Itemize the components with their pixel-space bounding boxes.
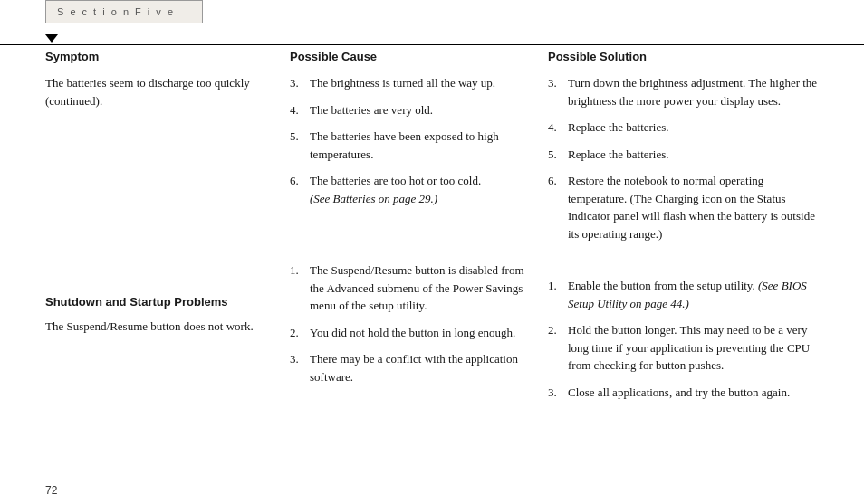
shutdown-causes-list: 1. The Suspend/Resume button is disabled…: [290, 262, 534, 385]
symptom-column: Symptom The batteries seem to discharge …: [45, 50, 290, 410]
header: S e c t i o n F i v e: [0, 0, 864, 45]
shutdown-solution-num-2: 2.: [548, 321, 568, 375]
cause-num-6: 6.: [290, 172, 310, 207]
battery-causes-list: 3. The brightness is turned all the way …: [290, 74, 534, 207]
solution-text-5: Replace the batteries.: [568, 146, 819, 164]
battery-cause-6: 6. The batteries are too hot or too cold…: [290, 172, 534, 207]
cause-num-5: 5.: [290, 128, 310, 163]
shutdown-solution-num-3: 3.: [548, 384, 568, 402]
shutdown-cause-3: 3. There may be a conflict with the appl…: [290, 350, 534, 385]
shutdown-cause-num-1: 1.: [290, 262, 310, 315]
shutdown-cause-2: 2. You did not hold the button in long e…: [290, 324, 534, 342]
shutdown-symptom-section: Shutdown and Startup Problems The Suspen…: [45, 295, 272, 336]
shutdown-cause-1: 1. The Suspend/Resume button is disabled…: [290, 262, 534, 315]
shutdown-solution-num-1: 1.: [548, 277, 568, 312]
solution-num-6: 6.: [548, 172, 568, 242]
solution-num-5: 5.: [548, 146, 568, 164]
cause-num-4: 4.: [290, 101, 310, 119]
cause-header: Possible Cause: [290, 50, 534, 63]
solution-text-3: Turn down the brightness adjustment. The…: [568, 74, 819, 109]
header-line: [0, 43, 864, 43]
solution-header: Possible Solution: [548, 50, 819, 63]
solution-column: Possible Solution 3. Turn down the brigh…: [548, 50, 819, 410]
battery-symptom-text: The batteries seem to discharge too quic…: [45, 74, 272, 109]
cause-text-3: The brightness is turned all the way up.: [310, 74, 534, 92]
battery-solutions-list: 3. Turn down the brightness adjustment. …: [548, 74, 819, 242]
battery-solution-6: 6. Restore the notebook to normal operat…: [548, 172, 819, 242]
page: S e c t i o n F i v e Symptom The batter…: [0, 0, 864, 504]
cause-text-6: The batteries are too hot or too cold. (…: [310, 172, 534, 207]
main-content: Symptom The batteries seem to discharge …: [45, 50, 819, 477]
cause-column: Possible Cause 3. The brightness is turn…: [290, 50, 548, 410]
shutdown-solution-text-2: Hold the button longer. This may need to…: [568, 321, 819, 375]
header-arrow-icon: [45, 34, 58, 43]
shutdown-solution-text-1: Enable the button from the setup utility…: [568, 277, 819, 312]
shutdown-solutions-list: 1. Enable the button from the setup util…: [548, 277, 819, 401]
battery-solution-5: 5. Replace the batteries.: [548, 146, 819, 164]
shutdown-solution-2: 2. Hold the button longer. This may need…: [548, 321, 819, 375]
solution-text-6: Restore the notebook to normal operating…: [568, 172, 819, 242]
battery-cause-3: 3. The brightness is turned all the way …: [290, 74, 534, 92]
solution-num-3: 3.: [548, 74, 568, 109]
shutdown-solution-3: 3. Close all applications, and try the b…: [548, 384, 819, 402]
battery-cause-5: 5. The batteries have been exposed to hi…: [290, 128, 534, 163]
shutdown-solution-1: 1. Enable the button from the setup util…: [548, 277, 819, 312]
shutdown-cause-num-2: 2.: [290, 324, 310, 342]
shutdown-cause-text-1: The Suspend/Resume button is disabled fr…: [310, 262, 534, 315]
solution-num-4: 4.: [548, 119, 568, 137]
cause-text-5: The batteries have been exposed to high …: [310, 128, 534, 163]
battery-cause-4: 4. The batteries are very old.: [290, 101, 534, 119]
battery-solution-4: 4. Replace the batteries.: [548, 119, 819, 137]
shutdown-symptom-text: The Suspend/Resume button does not work.: [45, 318, 272, 336]
section-tab: S e c t i o n F i v e: [45, 0, 203, 23]
battery-cause-6-italic: (See Batteries on page 29.): [310, 192, 437, 205]
shutdown-cause-text-3: There may be a conflict with the applica…: [310, 350, 534, 385]
shutdown-cause-num-3: 3.: [290, 350, 310, 385]
page-number: 72: [45, 484, 57, 497]
cause-text-4: The batteries are very old.: [310, 101, 534, 119]
solution-text-4: Replace the batteries.: [568, 119, 819, 137]
columns-layout: Symptom The batteries seem to discharge …: [45, 50, 819, 410]
shutdown-title: Shutdown and Startup Problems: [45, 295, 272, 309]
battery-solution-3: 3. Turn down the brightness adjustment. …: [548, 74, 819, 109]
cause-num-3: 3.: [290, 74, 310, 92]
symptom-header: Symptom: [45, 50, 272, 63]
shutdown-solution-text-3: Close all applications, and try the butt…: [568, 384, 819, 402]
shutdown-cause-text-2: You did not hold the button in long enou…: [310, 324, 534, 342]
